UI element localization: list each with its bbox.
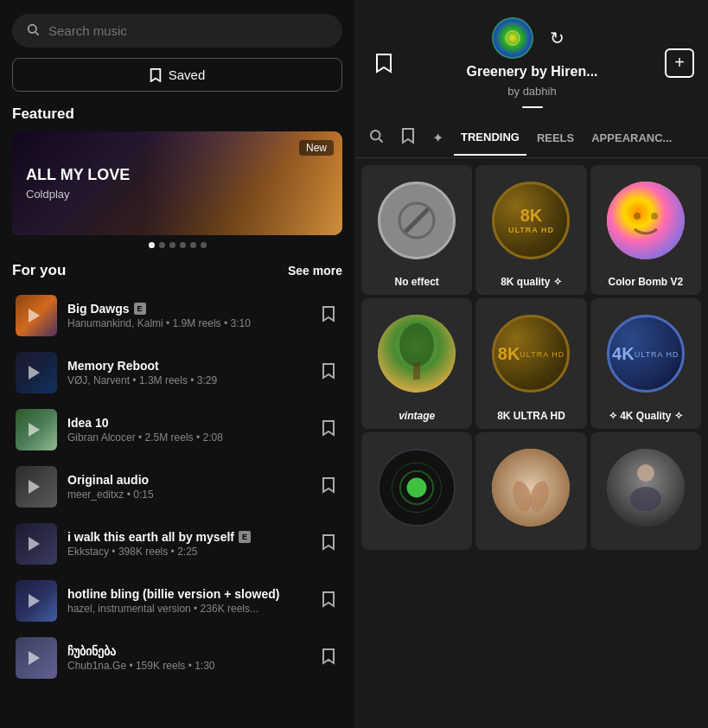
song-info: Memory Reboot VØJ, Narvent • 1.3M reels … xyxy=(67,359,308,386)
tab-appearance[interactable]: APPEARANC... xyxy=(584,121,679,155)
effect-item-no-effect[interactable]: No effect xyxy=(361,165,472,295)
song-title: ჩუბინება xyxy=(67,644,308,658)
bookmark-button[interactable] xyxy=(318,302,339,330)
list-item[interactable]: Idea 10 Gibran Alcocer • 2.5M reels • 2:… xyxy=(12,402,342,457)
effect-circle-wrap xyxy=(361,298,472,409)
song-meta: meer_editxz • 0:15 xyxy=(67,489,308,501)
svg-point-15 xyxy=(407,477,427,497)
song-info: Big Dawgs E Hanumankind, Kalmi • 1.9M re… xyxy=(67,302,308,329)
song-thumbnail xyxy=(16,523,57,565)
song-thumbnail xyxy=(16,580,57,622)
effect-circle-4k: 4K ULTRA HD xyxy=(607,315,685,393)
svg-point-23 xyxy=(630,487,661,511)
effect-item-hands[interactable] xyxy=(475,432,586,550)
add-effect-button[interactable]: + xyxy=(665,48,694,78)
bookmark-button[interactable] xyxy=(318,473,339,501)
song-title: Memory Reboot xyxy=(67,359,308,373)
list-item[interactable]: Original audio meer_editxz • 0:15 xyxy=(12,459,342,514)
song-thumbnail xyxy=(16,466,57,508)
bookmark-button[interactable] xyxy=(318,359,339,387)
see-more-link[interactable]: See more xyxy=(288,264,342,278)
effect-label: 8K quality ✧ xyxy=(495,276,567,288)
effect-circle-wrap xyxy=(590,432,701,543)
tab-sparkle-icon-button[interactable]: ✦ xyxy=(425,121,450,155)
list-item[interactable]: ჩუბინება Chub1na.Ge • 159K reels • 1:30 xyxy=(12,630,342,686)
effect-circle-wrap xyxy=(590,165,701,276)
effect-item-color-bomb[interactable]: Color Bomb V2 xyxy=(590,165,701,295)
tab-reels[interactable]: REELS xyxy=(530,121,581,155)
saved-label: Saved xyxy=(169,67,206,82)
effect-circle-color-bomb xyxy=(607,182,685,259)
effect-circle-person xyxy=(607,449,685,527)
underline-indicator xyxy=(522,106,543,108)
explicit-badge: E xyxy=(134,303,146,315)
bookmark-button[interactable] xyxy=(318,644,339,673)
effect-item-8k-quality[interactable]: 8K ULTRA HD 8K quality ✧ xyxy=(475,165,586,295)
effect-avatar xyxy=(492,17,533,59)
song-info: hotline bling (billie version + slowed) … xyxy=(67,587,308,615)
refresh-button[interactable]: ↻ xyxy=(542,22,573,54)
effect-label: 8K ULTRA HD xyxy=(492,410,571,422)
search-bar[interactable] xyxy=(12,14,342,48)
tab-bookmark-icon-button[interactable] xyxy=(394,118,422,157)
bookmark-effect-button[interactable] xyxy=(368,48,399,79)
dot-2 xyxy=(159,242,165,248)
featured-title: Featured xyxy=(12,105,74,123)
saved-button[interactable]: Saved xyxy=(12,58,342,92)
tab-search-icon-button[interactable] xyxy=(361,119,391,156)
banner-song-title: ALL MY LOVE xyxy=(26,166,328,185)
effect-circle-hands xyxy=(492,449,570,527)
for-you-title: For you xyxy=(12,262,66,279)
effect-item-8k-ultra[interactable]: 8K ULTRA HD 8K ULTRA HD xyxy=(475,298,586,428)
effect-label: No effect xyxy=(389,276,443,288)
bookmark-button[interactable] xyxy=(318,416,339,444)
for-you-header: For you See more xyxy=(12,262,342,279)
svg-point-10 xyxy=(651,213,658,220)
effect-item-vintage[interactable]: vintage xyxy=(361,298,472,428)
list-item[interactable]: Big Dawgs E Hanumankind, Kalmi • 1.9M re… xyxy=(12,288,342,343)
right-header: ↻ Greenery by Hiren... by dabhih + xyxy=(354,0,708,118)
effect-circle-wrap: 8K ULTRA HD xyxy=(475,165,586,276)
effect-info-center: ↻ Greenery by Hiren... by dabhih xyxy=(466,17,597,108)
featured-banner[interactable]: ALL MY LOVE Coldplay New xyxy=(12,131,342,235)
svg-rect-13 xyxy=(413,362,420,380)
effect-circle-wrap: 8K ULTRA HD xyxy=(475,298,586,409)
song-title: Big Dawgs E xyxy=(67,302,308,316)
song-title: Original audio xyxy=(67,473,308,487)
tab-trending[interactable]: TRENDING xyxy=(454,120,526,156)
svg-point-4 xyxy=(371,131,380,140)
song-title: Idea 10 xyxy=(67,416,308,430)
list-item[interactable]: Memory Reboot VØJ, Narvent • 1.3M reels … xyxy=(12,345,342,400)
dot-3 xyxy=(169,242,175,248)
song-meta: hazel, instrumental version • 236K reels… xyxy=(67,603,308,615)
effects-grid: No effect 8K ULTRA HD 8K quality ✧ xyxy=(354,158,708,728)
effect-label: Color Bomb V2 xyxy=(603,276,688,288)
effect-item-green-dot[interactable] xyxy=(361,432,472,550)
svg-point-9 xyxy=(634,213,641,220)
song-list: Big Dawgs E Hanumankind, Kalmi • 1.9M re… xyxy=(12,288,342,686)
svg-line-6 xyxy=(404,208,430,233)
svg-point-8 xyxy=(607,182,685,259)
song-meta: Hanumankind, Kalmi • 1.9M reels • 3:10 xyxy=(67,317,308,329)
song-info: i walk this earth all by myself E Ekksta… xyxy=(67,530,308,558)
search-input[interactable] xyxy=(48,23,328,38)
list-item[interactable]: hotline bling (billie version + slowed) … xyxy=(12,573,342,629)
svg-line-1 xyxy=(35,32,38,35)
bookmark-button[interactable] xyxy=(318,530,339,559)
dot-6 xyxy=(201,242,207,248)
song-meta: Chub1na.Ge • 159K reels • 1:30 xyxy=(67,660,308,672)
effect-item-4k-quality[interactable]: 4K ULTRA HD ✧ 4K Quality ✧ xyxy=(590,298,701,428)
song-info: Original audio meer_editxz • 0:15 xyxy=(67,473,308,501)
bookmark-button[interactable] xyxy=(318,587,339,616)
effect-circle-green-dot xyxy=(378,449,456,527)
list-item[interactable]: i walk this earth all by myself E Ekksta… xyxy=(12,516,342,572)
effect-circle-8k: 8K ULTRA HD xyxy=(492,182,570,259)
song-thumbnail xyxy=(16,352,57,393)
effect-item-person[interactable] xyxy=(590,432,701,550)
effect-title: Greenery by Hiren... xyxy=(466,64,597,80)
effect-circle-wrap xyxy=(475,432,586,543)
svg-point-12 xyxy=(399,323,434,367)
explicit-badge: E xyxy=(239,531,251,543)
song-title: hotline bling (billie version + slowed) xyxy=(67,587,308,601)
svg-point-22 xyxy=(637,464,654,482)
